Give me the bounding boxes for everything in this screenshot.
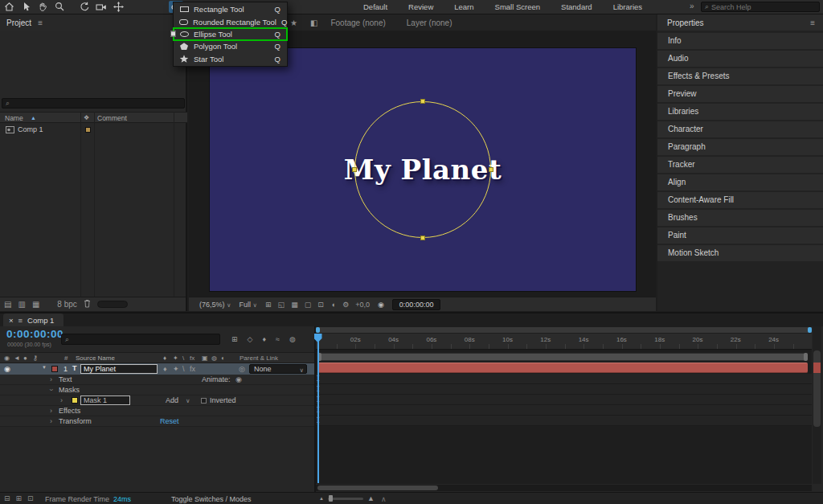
- home-icon[interactable]: [2, 1, 16, 13]
- panel-toggle-icon[interactable]: ⊡: [27, 494, 34, 502]
- magnification-select[interactable]: (76,5%) ∨: [199, 301, 231, 309]
- camera-tool-icon[interactable]: [94, 1, 109, 13]
- workspace-tab[interactable]: Standard: [561, 2, 592, 11]
- mask-vertex-handle[interactable]: [352, 167, 357, 172]
- pan-behind-tool-icon[interactable]: [111, 1, 125, 13]
- workspace-tab[interactable]: Libraries: [613, 2, 642, 11]
- bookmark-star-icon[interactable]: ★: [290, 18, 297, 27]
- panel-tab[interactable]: Align: [657, 174, 823, 191]
- shy-icon[interactable]: ♦: [163, 365, 167, 373]
- frame-blending-icon[interactable]: ≈: [276, 335, 280, 343]
- chevron-right-icon[interactable]: ›: [60, 396, 63, 404]
- time-ruler[interactable]: 02s04s06s08s10s12s14s16s18s20s22s24s: [316, 334, 812, 350]
- adjustment-layer-icon[interactable]: ◐: [221, 354, 225, 362]
- timeline-property-row[interactable]: › Mask 1 Add ∨ Inverted: [0, 395, 314, 406]
- scrollbar-thumb[interactable]: [317, 486, 438, 490]
- trash-icon[interactable]: [84, 299, 91, 309]
- orbit-camera-tool-icon[interactable]: [77, 1, 92, 13]
- panel-menu-icon[interactable]: ≡: [18, 316, 23, 325]
- horizontal-scrollbar[interactable]: [316, 485, 812, 491]
- mask-color-chip[interactable]: [72, 397, 78, 404]
- timeline-search[interactable]: ⌕: [61, 334, 220, 345]
- help-search-input[interactable]: [711, 3, 816, 11]
- snapshot-icon[interactable]: ◧: [310, 18, 317, 27]
- column-divider[interactable]: [174, 112, 174, 297]
- zoom-tool-icon[interactable]: [52, 1, 67, 13]
- chevron-right-icon[interactable]: ›: [50, 407, 52, 415]
- exposure-value[interactable]: +0,0: [355, 301, 370, 309]
- timeline-property-row[interactable]: › Effects: [0, 406, 314, 416]
- inverted-checkbox[interactable]: [201, 398, 207, 404]
- shape-menu-item[interactable]: Rounded Rectangle Tool Q: [174, 15, 287, 27]
- help-search[interactable]: ⌕: [701, 2, 820, 12]
- region-of-interest-icon[interactable]: ▢: [305, 301, 312, 309]
- shape-menu-item[interactable]: Star Tool Q: [174, 53, 287, 65]
- list-view-icon[interactable]: ▤: [4, 300, 11, 309]
- mask-vertex-handle[interactable]: [420, 236, 425, 240]
- mask-vertex-handle[interactable]: [489, 167, 493, 172]
- property-row-track[interactable]: I: [316, 384, 812, 395]
- overflow-chevron-icon[interactable]: »: [690, 2, 694, 10]
- chevron-right-icon[interactable]: ›: [47, 389, 55, 391]
- reset-link[interactable]: Reset: [160, 417, 179, 425]
- column-divider[interactable]: [94, 112, 95, 297]
- motion-blur-icon[interactable]: ◍: [211, 354, 217, 362]
- timeline-property-row[interactable]: › Masks: [0, 385, 314, 395]
- timeline-search-input[interactable]: [72, 335, 216, 343]
- property-label[interactable]: Text: [59, 375, 72, 383]
- project-item-row[interactable]: Comp 1: [0, 125, 187, 135]
- timeline-property-row[interactable]: › Text Animate: ◉: [0, 375, 314, 385]
- panel-tab[interactable]: Paragraph: [657, 139, 823, 155]
- mask-vertex-handle[interactable]: [420, 99, 425, 104]
- grid-options-icon[interactable]: ⊞: [265, 301, 272, 309]
- panel-tab[interactable]: Preview: [657, 86, 823, 102]
- chevron-right-icon[interactable]: ›: [50, 417, 52, 425]
- chevron-right-icon[interactable]: ›: [50, 375, 52, 383]
- collapse-icon[interactable]: ✦: [173, 365, 179, 373]
- shape-menu-item[interactable]: Rectangle Tool Q: [174, 3, 287, 15]
- project-bit-depth[interactable]: 8 bpc: [57, 300, 76, 309]
- source-name-column-header[interactable]: Source Name: [76, 354, 115, 362]
- timeline-tab[interactable]: × ≡ Comp 1: [3, 313, 63, 326]
- time-navigator[interactable]: [316, 327, 812, 333]
- property-row-track[interactable]: I: [316, 395, 812, 405]
- viewer-timecode[interactable]: 0:00:00:00: [392, 299, 441, 310]
- mask-visibility-icon[interactable]: ◱: [278, 301, 285, 309]
- panel-tab[interactable]: Paint: [657, 227, 823, 244]
- layer-name-field[interactable]: My Planet: [80, 364, 158, 374]
- composition-canvas[interactable]: My Planet: [210, 48, 636, 291]
- mini-flowchart-icon[interactable]: ⊞: [231, 335, 238, 343]
- quality-icon[interactable]: \: [182, 365, 185, 373]
- column-divider[interactable]: [80, 112, 81, 297]
- pixel-aspect-icon[interactable]: ⊡: [317, 301, 324, 309]
- panel-tab[interactable]: Tracker: [657, 157, 823, 173]
- panel-tab[interactable]: Brushes: [657, 210, 823, 226]
- layer-duration-bar[interactable]: [317, 363, 808, 373]
- fx-icon[interactable]: fx: [190, 354, 194, 362]
- shy-icon[interactable]: ♦: [163, 354, 166, 362]
- close-icon[interactable]: ×: [9, 316, 14, 325]
- audio-icon[interactable]: ◄: [14, 354, 20, 362]
- collapse-icon[interactable]: ✦: [173, 354, 178, 362]
- layer-row[interactable]: ◉ ▼ 1 T My Planet ♦ ✦ \ fx ◎ None∨: [0, 363, 314, 375]
- panel-tab[interactable]: Libraries: [657, 104, 823, 120]
- draft-3d-icon[interactable]: ◇: [248, 335, 253, 343]
- hand-tool-icon[interactable]: [35, 1, 50, 13]
- timeline-property-row[interactable]: › Transform Reset: [0, 416, 314, 427]
- animate-menu-icon[interactable]: ◉: [235, 375, 242, 383]
- panel-tab[interactable]: Audio: [657, 51, 823, 67]
- panel-toggle-icon[interactable]: ⊟: [4, 494, 10, 502]
- panel-tab[interactable]: Motion Sketch: [657, 245, 823, 261]
- property-row-track[interactable]: I: [316, 374, 812, 384]
- viewer-tab[interactable]: Layer (none): [407, 18, 452, 27]
- current-timecode[interactable]: 0:00:00:00: [6, 328, 63, 340]
- zoom-slider-thumb[interactable]: [329, 495, 333, 502]
- name-column-header[interactable]: Name: [5, 114, 23, 122]
- sort-ascending-icon[interactable]: ▲: [31, 115, 36, 121]
- panel-tab[interactable]: Info: [657, 33, 823, 49]
- work-area-bar[interactable]: [317, 353, 808, 361]
- workspace-tab[interactable]: Review: [408, 2, 433, 11]
- viewer-tab[interactable]: Footage (none): [330, 18, 385, 27]
- eye-icon[interactable]: ◉: [4, 365, 10, 373]
- zoom-in-mountain-icon[interactable]: ▲: [367, 494, 375, 502]
